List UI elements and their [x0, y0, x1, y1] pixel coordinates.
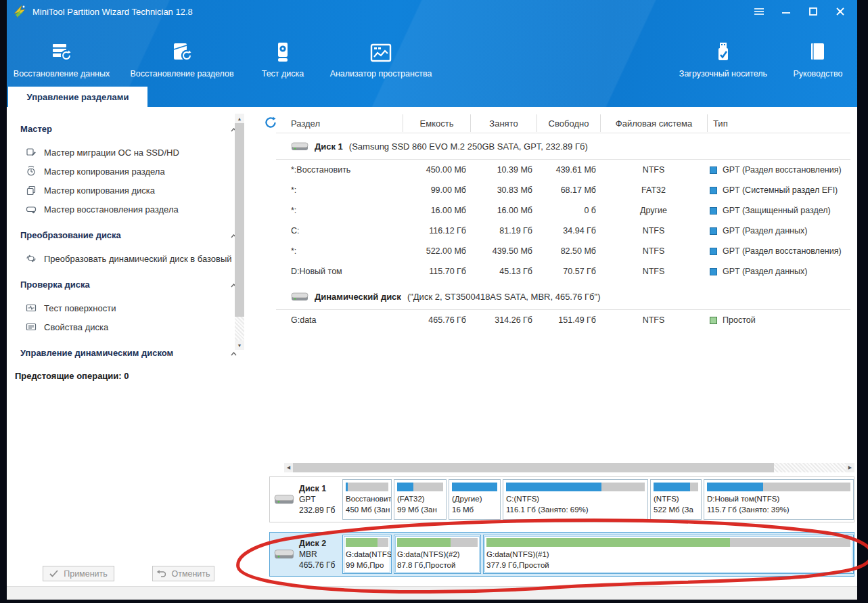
scroll-up-icon[interactable]: ▲ [235, 114, 244, 123]
partition-row[interactable]: G:data 465.76 Гб 314.26 Гб 151.49 Гб NTF… [276, 310, 850, 330]
convert-disk-icon [26, 253, 37, 264]
partition-row[interactable]: *:Восстановить 450.00 Мб 10.39 Мб 439.61… [276, 160, 850, 180]
minimize-button[interactable] [777, 4, 795, 19]
partition-row[interactable]: C: 116.12 Гб 81.19 Гб 34.94 Гб NTFS GPT … [276, 221, 850, 241]
refresh-icon[interactable] [264, 116, 277, 129]
sidebar-item-migrate-os[interactable]: Мастер миграции ОС на SSD/HD [20, 143, 256, 162]
copy-partition-icon [26, 166, 37, 177]
sidebar-item-copy-disk[interactable]: Мастер копирования диска [20, 181, 256, 200]
sidebar-scrollbar[interactable]: ▲ ▼ [235, 114, 244, 350]
sidebar-section-check-disk[interactable]: Проверка диска [20, 280, 237, 290]
user-manual-icon [808, 40, 828, 63]
sidebar-section-dynamic-disk[interactable]: Управление динамическим диском [20, 348, 237, 358]
column-header[interactable]: Тип [707, 114, 850, 132]
toolbar-label: Восстановление данных [14, 69, 110, 79]
toolbar: Восстановление данных Восстановление раз… [7, 24, 857, 87]
scrollbar-thumb[interactable] [235, 123, 244, 317]
type-legend-square [710, 166, 717, 174]
tab-row: Управление разделами [7, 87, 857, 107]
sidebar-section-wizard[interactable]: Мастер [20, 124, 237, 134]
toolbar-bootable-media[interactable]: Загрузочный носитель [676, 24, 771, 79]
sidebar-item-convert-dynamic-disk[interactable]: Преобразовать динамический диск в базовы… [20, 249, 256, 268]
disk-icon [274, 493, 294, 506]
copy-disk-icon [26, 185, 37, 196]
column-header[interactable]: Занято [470, 114, 536, 132]
sidebar-section-convert-disk[interactable]: Преобразование диска [20, 230, 237, 240]
tab-partition-management[interactable]: Управление разделами [8, 87, 147, 107]
minitool-logo-icon [12, 4, 27, 19]
partition-row[interactable]: *: 16.00 Мб 16.00 Мб 0 б Другие GPT (Защ… [276, 200, 850, 221]
sidebar-item-label: Мастер копирования раздела [44, 166, 165, 177]
partition-recovery-icon [171, 40, 193, 63]
maximize-button[interactable] [804, 4, 822, 19]
toolbar-label: Анализатор пространства [330, 69, 432, 79]
toolbar-label: Руководство [793, 69, 842, 79]
sidebar-item-restore-partition[interactable]: Мастер восстановления раздела [20, 200, 256, 219]
disk-icon [291, 141, 309, 152]
toolbar-label: Восстановление разделов [130, 69, 233, 79]
disk1-label[interactable]: Диск 1 GPT 232.89 Гб [274, 477, 342, 522]
column-header[interactable]: Раздел [276, 114, 403, 132]
partition-row[interactable]: *: 99.00 Мб 30.83 Мб 68.17 Мб FAT32 GPT … [276, 180, 850, 200]
disk-name: Динамический диск [315, 292, 401, 302]
diskmap-disk1-row[interactable]: Диск 1 GPT 232.89 Гб Восстановить 450 Мб… [269, 476, 854, 522]
diskmap-block[interactable]: G:data(NTFS)(#2) 87.8 Гб,Простой [394, 535, 481, 574]
diskmap-block[interactable]: Восстановить 450 Мб (Зан [342, 479, 392, 520]
diskmap-block[interactable]: (Другие) 16 Мб [449, 479, 501, 520]
restore-partition-icon [26, 204, 37, 215]
sidebar: Мастер Мастер миграции ОС на SSD/HD Маст… [7, 107, 256, 486]
disk-group-header-disk1[interactable]: Диск 1 (Samsung SSD 860 EVO M.2 250GB SA… [276, 133, 850, 160]
column-header[interactable]: Емкость [403, 114, 470, 132]
section-title: Управление динамическим диском [20, 348, 173, 358]
sidebar-item-label: Свойства диска [44, 322, 108, 332]
diskmap-horizontal-scrollbar[interactable]: ◀ ▶ [284, 463, 854, 472]
column-header[interactable]: Свободно [536, 114, 600, 132]
partition-row[interactable]: D:Новый том 115.70 Гб 45.13 Гб 70.57 Гб … [276, 261, 850, 282]
window-title: MiniTool Partition Wizard Technician 12.… [32, 7, 193, 17]
sidebar-item-disk-properties[interactable]: Свойства диска [20, 317, 256, 336]
type-legend-square [710, 317, 717, 324]
sidebar-item-surface-test[interactable]: Тест поверхности [20, 298, 256, 317]
apply-button[interactable]: Применить [43, 566, 114, 581]
surface-test-icon [26, 303, 37, 313]
disk-group-header-disk2[interactable]: Динамический диск ("Диск 2, ST3500418AS … [276, 284, 850, 310]
cancel-button[interactable]: Отменить [152, 566, 214, 581]
toolbar-partition-recovery[interactable]: Восстановление разделов [119, 24, 245, 79]
section-title: Проверка диска [20, 280, 90, 290]
diskmap-block[interactable]: D:Новый том(NTFS) 115.7 Гб (Занято: 39%) [704, 479, 854, 520]
toolbar-space-analyzer[interactable]: Анализатор пространства [321, 24, 441, 79]
disk-info: (Samsung SSD 860 EVO M.2 250GB SATA, GPT… [349, 141, 588, 152]
app-header: MiniTool Partition Wizard Technician 12.… [7, 0, 857, 107]
diskmap-block[interactable]: C:(NTFS) 116.1 Гб (Занято: 69%) [503, 479, 648, 520]
toolbar-disk-test[interactable]: Тест диска [249, 24, 317, 79]
menu-icon[interactable] [750, 4, 768, 19]
disk-info: ("Диск 2, ST3500418AS SATA, MBR, 465.76 … [407, 292, 601, 302]
sidebar-item-copy-partition[interactable]: Мастер копирования раздела [20, 162, 256, 181]
type-legend-square [710, 268, 717, 275]
partition-row[interactable]: *: 522.00 Мб 439.50 Мб 82.50 Мб NTFS GPT… [276, 241, 850, 261]
scroll-down-icon[interactable]: ▼ [235, 340, 244, 350]
scroll-left-icon[interactable]: ◀ [284, 463, 293, 472]
toolbar-user-manual[interactable]: Руководство [780, 24, 856, 79]
column-header[interactable]: Файловая система [600, 114, 707, 132]
data-recovery-icon [51, 40, 72, 63]
bootable-media-icon [713, 40, 733, 63]
partition-table-panel: Раздел Емкость Занято Свободно Файловая … [256, 107, 857, 586]
diskmap-block[interactable]: G:data(NTFS)(#1) 377.9 Гб,Простой [483, 535, 854, 574]
disk-icon [291, 292, 309, 302]
scrollbar-thumb[interactable] [293, 463, 774, 472]
diskmap-block[interactable]: G:data(NTFS 99 Мб,Про [342, 535, 392, 574]
pending-operations-label: Предстоящие операции: 0 [15, 371, 256, 381]
toolbar-data-recovery[interactable]: Восстановление данных [8, 24, 115, 79]
diskmap-block[interactable]: (NTFS) 522 Мб (За [650, 479, 702, 520]
sidebar-item-label: Мастер восстановления раздела [44, 204, 179, 215]
disk2-label[interactable]: Диск 2 MBR 465.76 Гб [274, 533, 342, 576]
titlebar: MiniTool Partition Wizard Technician 12.… [7, 0, 857, 23]
toolbar-label: Загрузочный носитель [679, 69, 767, 79]
diskmap-disk2-row[interactable]: Диск 2 MBR 465.76 Гб G:data(NTFS 99 Мб,П… [269, 532, 854, 577]
status-bar [7, 586, 857, 600]
sidebar-item-label: Тест поверхности [44, 303, 116, 313]
close-button[interactable] [831, 4, 849, 19]
diskmap-block[interactable]: (FAT32) 99 Мб (Зан [394, 479, 447, 520]
scroll-right-icon[interactable]: ▶ [846, 463, 854, 472]
